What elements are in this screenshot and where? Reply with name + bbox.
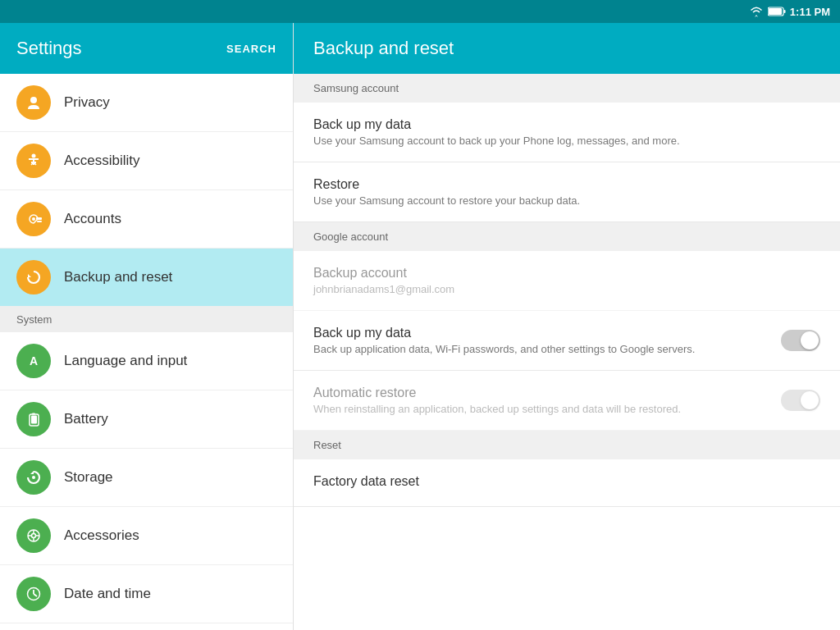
battery-sidebar-icon bbox=[16, 402, 51, 436]
content-title: Backup and reset bbox=[313, 38, 454, 59]
sidebar-item-storage[interactable]: Storage bbox=[0, 449, 293, 507]
sidebar-label-privacy: Privacy bbox=[64, 94, 110, 111]
sidebar-item-accessories[interactable]: Accessories bbox=[0, 507, 293, 565]
google-backup-data-title: Back up my data bbox=[313, 326, 695, 340]
system-section-header: System bbox=[0, 307, 293, 332]
google-backup-data-toggle[interactable] bbox=[781, 330, 820, 351]
sidebar-item-backup[interactable]: Backup and reset bbox=[0, 249, 293, 307]
google-backup-data-item[interactable]: Back up my data Back up application data… bbox=[294, 311, 840, 371]
sidebar-label-accessibility: Accessibility bbox=[64, 153, 140, 169]
google-backup-data-subtitle: Back up application data, Wi-Fi password… bbox=[313, 343, 695, 355]
svg-text:A: A bbox=[30, 354, 38, 368]
svg-rect-1 bbox=[769, 8, 782, 15]
svg-point-4 bbox=[32, 154, 36, 158]
sidebar-item-battery[interactable]: Battery bbox=[0, 390, 293, 449]
samsung-restore-title: Restore bbox=[313, 177, 580, 192]
google-backup-account-item: Backup account johnbrianadams1@gmail.com bbox=[294, 251, 840, 311]
search-button[interactable]: SEARCH bbox=[226, 43, 276, 55]
accessories-icon bbox=[16, 518, 51, 553]
google-auto-restore-subtitle: When reinstalling an application, backed… bbox=[313, 403, 681, 415]
svg-point-5 bbox=[32, 217, 35, 221]
samsung-backup-item[interactable]: Back up my data Use your Samsung account… bbox=[294, 103, 840, 162]
backup-icon bbox=[16, 260, 51, 294]
svg-marker-13 bbox=[30, 471, 34, 474]
svg-rect-7 bbox=[37, 221, 42, 222]
sidebar-item-accounts[interactable]: Accounts bbox=[0, 190, 293, 249]
samsung-restore-subtitle: Use your Samsung account to restore your… bbox=[313, 194, 580, 207]
sidebar-label-storage: Storage bbox=[64, 469, 113, 486]
svg-rect-12 bbox=[32, 413, 35, 415]
samsung-backup-subtitle: Use your Samsung account to back up your… bbox=[313, 135, 680, 147]
datetime-icon bbox=[16, 577, 51, 611]
sidebar-label-language: Language and input bbox=[64, 353, 187, 369]
svg-rect-6 bbox=[36, 217, 42, 220]
accounts-icon bbox=[16, 202, 51, 236]
accessibility-icon bbox=[16, 144, 51, 178]
sidebar-label-accessories: Accessories bbox=[64, 527, 139, 544]
factory-reset-title: Factory data reset bbox=[313, 474, 419, 489]
status-time: 1:11 PM bbox=[790, 6, 830, 18]
language-icon: A bbox=[16, 344, 51, 378]
wifi-icon bbox=[749, 6, 764, 17]
svg-point-3 bbox=[30, 97, 37, 103]
sidebar-item-accessibility[interactable]: Accessibility bbox=[0, 132, 293, 190]
svg-line-23 bbox=[34, 594, 37, 596]
sidebar-label-datetime: Date and time bbox=[64, 586, 151, 602]
content-header: Backup and reset bbox=[294, 23, 840, 74]
factory-reset-item[interactable]: Factory data reset bbox=[294, 459, 840, 507]
status-bar: 1:11 PM bbox=[0, 0, 840, 23]
svg-marker-8 bbox=[28, 274, 31, 277]
sidebar-item-about[interactable]: About device bbox=[0, 623, 293, 630]
svg-rect-11 bbox=[31, 416, 37, 424]
google-backup-account-subtitle: johnbrianadams1@gmail.com bbox=[313, 283, 454, 295]
svg-point-16 bbox=[32, 534, 36, 538]
content-area: Backup and reset Samsung account Back up… bbox=[294, 23, 840, 630]
privacy-icon bbox=[16, 85, 51, 120]
samsung-restore-item[interactable]: Restore Use your Samsung account to rest… bbox=[294, 162, 840, 222]
google-auto-restore-item: Automatic restore When reinstalling an a… bbox=[294, 371, 840, 431]
toggle-knob bbox=[801, 331, 819, 349]
sidebar-item-language[interactable]: A Language and input bbox=[0, 332, 293, 390]
toggle-knob-2 bbox=[801, 391, 819, 409]
sidebar-header: Settings SEARCH bbox=[0, 23, 293, 74]
storage-icon bbox=[16, 460, 51, 495]
sidebar-item-datetime[interactable]: Date and time bbox=[0, 565, 293, 623]
samsung-backup-title: Back up my data bbox=[313, 117, 680, 132]
sidebar-item-privacy[interactable]: Privacy bbox=[0, 74, 293, 132]
content-body: Samsung account Back up my data Use your… bbox=[294, 74, 840, 630]
svg-rect-2 bbox=[783, 10, 785, 13]
sidebar-label-backup: Backup and reset bbox=[64, 269, 172, 285]
google-auto-restore-title: Automatic restore bbox=[313, 386, 681, 400]
google-section-header: Google account bbox=[294, 222, 840, 251]
google-backup-account-title: Backup account bbox=[313, 266, 454, 281]
reset-section-header: Reset bbox=[294, 431, 840, 459]
sidebar: Settings SEARCH Privacy Accessibilit bbox=[0, 23, 294, 630]
sidebar-label-battery: Battery bbox=[64, 411, 108, 427]
sidebar-label-accounts: Accounts bbox=[64, 211, 121, 227]
svg-point-14 bbox=[32, 476, 35, 479]
google-auto-restore-toggle bbox=[781, 390, 820, 411]
samsung-section-header: Samsung account bbox=[294, 74, 840, 103]
sidebar-title: Settings bbox=[16, 38, 82, 59]
battery-icon bbox=[768, 7, 786, 16]
